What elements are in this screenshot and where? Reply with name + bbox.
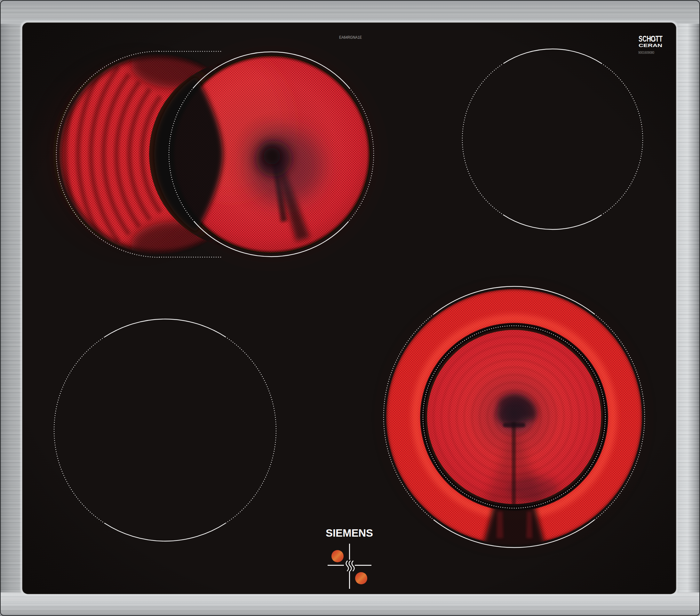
svg-text:CERAN: CERAN: [639, 42, 662, 48]
svg-text:9001609080: 9001609080: [638, 51, 654, 54]
svg-text:SIEMENS: SIEMENS: [326, 527, 373, 539]
svg-text:EA64RGNA1E: EA64RGNA1E: [339, 35, 362, 40]
